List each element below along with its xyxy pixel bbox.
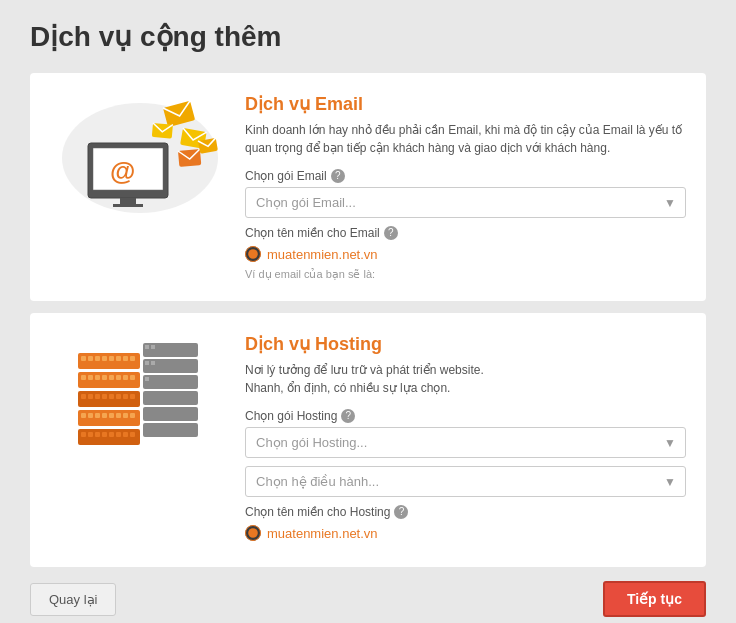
svg-rect-4 — [120, 198, 136, 204]
svg-rect-37 — [116, 375, 121, 380]
email-example-text: Ví dụ email của bạn sẽ là: — [245, 268, 686, 281]
svg-rect-5 — [113, 204, 143, 207]
svg-rect-18 — [145, 377, 149, 381]
svg-rect-25 — [95, 356, 100, 361]
email-card: @ — [30, 73, 706, 301]
svg-rect-40 — [78, 391, 140, 407]
svg-rect-29 — [123, 356, 128, 361]
svg-rect-57 — [130, 413, 135, 418]
svg-rect-43 — [95, 394, 100, 399]
svg-rect-65 — [123, 432, 128, 437]
svg-rect-63 — [109, 432, 114, 437]
svg-rect-51 — [88, 413, 93, 418]
svg-rect-19 — [143, 391, 198, 405]
svg-rect-59 — [81, 432, 86, 437]
hosting-select-label: Chọn gói Hosting — [245, 409, 337, 423]
svg-rect-60 — [88, 432, 93, 437]
svg-rect-27 — [109, 356, 114, 361]
svg-rect-33 — [88, 375, 93, 380]
email-select-wrapper: Chọn gói Email... ▼ — [245, 187, 686, 218]
svg-rect-21 — [143, 423, 198, 437]
email-illustration: @ — [58, 93, 218, 223]
hosting-card-image — [50, 333, 225, 473]
hosting-os-select-wrapper: Chọn hệ điều hành... ▼ — [245, 466, 686, 497]
svg-rect-45 — [109, 394, 114, 399]
svg-rect-32 — [81, 375, 86, 380]
email-domain-label: Chọn tên miền cho Email — [245, 226, 380, 240]
hosting-card-content: Dịch vụ Hosting Nơi lý tưởng để lưu trữ … — [245, 333, 686, 547]
footer-row: Quay lại Tiếp tục — [30, 581, 706, 617]
hosting-domain-radio-row[interactable]: muatenmien.net.vn — [245, 525, 686, 541]
page-title: Dịch vụ cộng thêm — [30, 20, 706, 53]
svg-rect-49 — [78, 410, 140, 426]
hosting-service-title: Dịch vụ Hosting — [245, 333, 686, 355]
svg-rect-50 — [81, 413, 86, 418]
hosting-package-select[interactable]: Chọn gói Hosting... — [245, 427, 686, 458]
svg-rect-38 — [123, 375, 128, 380]
email-card-content: Dịch vụ Email Kinh doanh lớn hay nhỏ đều… — [245, 93, 686, 281]
svg-rect-52 — [95, 413, 100, 418]
svg-rect-47 — [123, 394, 128, 399]
svg-rect-56 — [123, 413, 128, 418]
svg-rect-17 — [143, 375, 198, 389]
hosting-os-select[interactable]: Chọn hệ điều hành... — [245, 466, 686, 497]
svg-rect-44 — [102, 394, 107, 399]
svg-rect-42 — [88, 394, 93, 399]
email-domain-radio[interactable] — [245, 246, 261, 262]
email-select-label-row: Chọn gói Email ? — [245, 169, 686, 183]
email-card-image: @ — [50, 93, 225, 223]
hosting-domain-label-row: Chọn tên miền cho Hosting ? — [245, 505, 686, 519]
hosting-domain-help-icon[interactable]: ? — [394, 505, 408, 519]
email-select-label: Chọn gói Email — [245, 169, 327, 183]
email-domain-help-icon[interactable]: ? — [384, 226, 398, 240]
svg-rect-62 — [102, 432, 107, 437]
hosting-card: Dịch vụ Hosting Nơi lý tưởng để lưu trữ … — [30, 313, 706, 567]
svg-rect-48 — [130, 394, 135, 399]
email-select-help-icon[interactable]: ? — [331, 169, 345, 183]
svg-rect-35 — [102, 375, 107, 380]
svg-rect-12 — [145, 345, 149, 349]
svg-rect-24 — [88, 356, 93, 361]
svg-rect-26 — [102, 356, 107, 361]
back-button[interactable]: Quay lại — [30, 583, 116, 616]
svg-rect-23 — [81, 356, 86, 361]
svg-rect-13 — [151, 345, 155, 349]
svg-rect-16 — [151, 361, 155, 365]
email-domain-value: muatenmien.net.vn — [267, 247, 378, 262]
svg-rect-34 — [95, 375, 100, 380]
hosting-domain-value: muatenmien.net.vn — [267, 526, 378, 541]
svg-rect-54 — [109, 413, 114, 418]
svg-rect-22 — [78, 353, 140, 369]
svg-rect-41 — [81, 394, 86, 399]
svg-rect-64 — [116, 432, 121, 437]
hosting-domain-radio[interactable] — [245, 525, 261, 541]
svg-rect-28 — [116, 356, 121, 361]
email-service-desc: Kinh doanh lớn hay nhỏ đều phải cần Emai… — [245, 121, 686, 157]
svg-rect-58 — [78, 429, 140, 445]
email-service-title: Dịch vụ Email — [245, 93, 686, 115]
svg-rect-30 — [130, 356, 135, 361]
email-domain-radio-row[interactable]: muatenmien.net.vn — [245, 246, 686, 262]
svg-text:@: @ — [110, 156, 135, 186]
hosting-select-wrapper: Chọn gói Hosting... ▼ — [245, 427, 686, 458]
continue-button[interactable]: Tiếp tục — [603, 581, 706, 617]
svg-rect-46 — [116, 394, 121, 399]
svg-rect-36 — [109, 375, 114, 380]
svg-rect-20 — [143, 407, 198, 421]
svg-rect-55 — [116, 413, 121, 418]
svg-rect-53 — [102, 413, 107, 418]
page-wrapper: Dịch vụ cộng thêm @ — [0, 0, 736, 623]
hosting-select-label-row: Chọn gói Hosting ? — [245, 409, 686, 423]
svg-rect-15 — [145, 361, 149, 365]
email-domain-label-row: Chọn tên miền cho Email ? — [245, 226, 686, 240]
email-package-select[interactable]: Chọn gói Email... — [245, 187, 686, 218]
hosting-domain-label: Chọn tên miền cho Hosting — [245, 505, 390, 519]
hosting-illustration — [58, 333, 218, 473]
hosting-service-desc: Nơi lý tưởng để lưu trữ và phát triển we… — [245, 361, 686, 397]
svg-rect-66 — [130, 432, 135, 437]
svg-rect-31 — [78, 372, 140, 388]
hosting-select-help-icon[interactable]: ? — [341, 409, 355, 423]
svg-rect-39 — [130, 375, 135, 380]
svg-rect-61 — [95, 432, 100, 437]
